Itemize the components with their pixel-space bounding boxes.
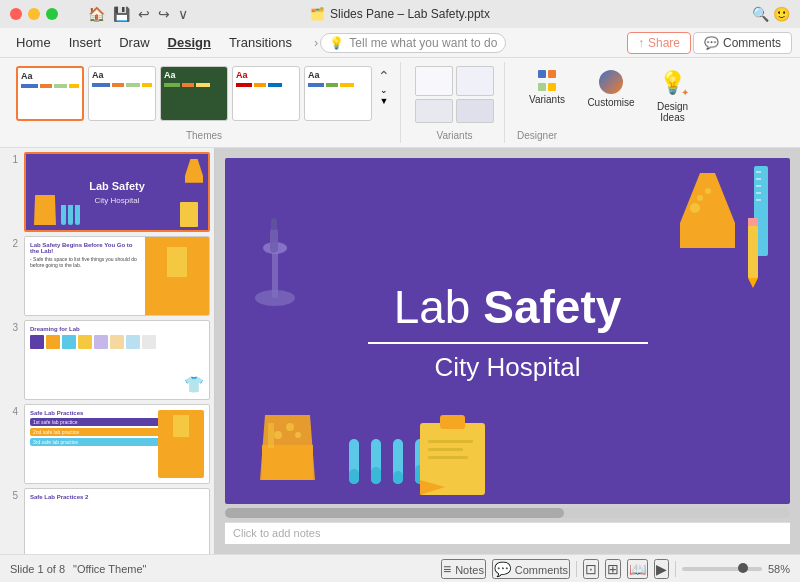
more-themes-button[interactable]: ⌃ ⌄ ▼ xyxy=(376,66,392,108)
svg-rect-17 xyxy=(271,218,277,230)
slide-image-3[interactable]: Dreaming for Lab 👕 xyxy=(24,320,210,400)
title-bar-right: 🔍 🙂 xyxy=(752,6,790,22)
color-grid xyxy=(30,335,204,349)
home-icon[interactable]: 🏠 xyxy=(88,6,105,22)
svg-rect-6 xyxy=(756,178,761,180)
slide-canvas[interactable]: Lab Safety City Hospital xyxy=(225,158,790,504)
designer-section: Variants Customise 💡 ✦ Design Ideas Desi… xyxy=(509,62,708,143)
comments-status-button[interactable]: 💬 Comments xyxy=(492,559,570,579)
svg-rect-37 xyxy=(428,456,468,459)
slide2-sidebar xyxy=(145,237,209,315)
share-button[interactable]: ↑ Share xyxy=(627,32,691,54)
close-button[interactable] xyxy=(10,8,22,20)
slide-sorter-button[interactable]: ⊞ xyxy=(605,559,621,579)
canvas-scrollbar-h[interactable] xyxy=(225,508,790,518)
theme-5[interactable]: Aa xyxy=(304,66,372,121)
tell-me-search[interactable]: 💡 Tell me what you want to do xyxy=(320,33,506,53)
svg-rect-8 xyxy=(756,192,761,194)
slide-thumb-4[interactable]: 4 Safe Lab Practices 1st safe lab practi… xyxy=(4,404,210,484)
variants-button[interactable]: Variants xyxy=(517,66,577,109)
flask-deco-large xyxy=(680,173,735,257)
slide-info: Slide 1 of 8 xyxy=(10,563,65,575)
notes-button[interactable]: ≡ Notes xyxy=(441,559,486,579)
svg-point-1 xyxy=(690,203,700,213)
slide-image-1[interactable]: Lab Safety City Hospital xyxy=(24,152,210,232)
clipboard-deco-large xyxy=(420,415,485,499)
scrollbar-thumb-h xyxy=(225,508,564,518)
slide-num-3: 3 xyxy=(4,320,18,333)
slide-thumb-3[interactable]: 3 Dreaming for Lab 👕 xyxy=(4,320,210,400)
search-icon[interactable]: 🔍 xyxy=(752,6,769,22)
variant-2[interactable] xyxy=(456,66,494,96)
slide2-title: Lab Safety Begins Before You Go to the L… xyxy=(30,242,140,254)
themes-label: Themes xyxy=(186,130,222,141)
menu-transitions[interactable]: Transitions xyxy=(221,32,300,53)
variants-label: Variants xyxy=(437,130,473,141)
bar3: 3rd safe lab practice xyxy=(30,438,169,446)
smiley-icon[interactable]: 🙂 xyxy=(773,6,790,22)
slide-num-4: 4 xyxy=(4,404,18,417)
bar1: 1st safe lab practice xyxy=(30,418,169,426)
slide-thumb-5[interactable]: 5 Safe Lab Practices 2 xyxy=(4,488,210,554)
slide-image-5[interactable]: Safe Lab Practices 2 xyxy=(24,488,210,554)
svg-rect-14 xyxy=(272,248,278,298)
slide-thumb-1[interactable]: 1 Lab Safety City Hospital xyxy=(4,152,210,232)
normal-view-button[interactable]: ⊡ xyxy=(583,559,599,579)
svg-point-23 xyxy=(295,432,301,438)
slide-num-2: 2 xyxy=(4,236,18,249)
test-tubes-deco-1 xyxy=(61,205,80,225)
redo-icon[interactable]: ↪ xyxy=(158,6,170,22)
svg-rect-29 xyxy=(393,471,403,484)
menu-draw[interactable]: Draw xyxy=(111,32,157,53)
save-icon[interactable]: 💾 xyxy=(113,6,130,22)
svg-rect-16 xyxy=(270,228,278,253)
menu-home[interactable]: Home xyxy=(8,32,59,53)
slide-image-2[interactable]: Lab Safety Begins Before You Go to the L… xyxy=(24,236,210,316)
svg-point-2 xyxy=(697,195,703,201)
share-icon: ↑ xyxy=(638,36,644,50)
comments-button[interactable]: 💬 Comments xyxy=(693,32,792,54)
reading-view-button[interactable]: 📖 xyxy=(627,559,648,579)
svg-point-21 xyxy=(274,431,282,439)
clipboard-deco-2 xyxy=(167,247,187,277)
svg-point-22 xyxy=(286,423,294,431)
theme-2[interactable]: Aa xyxy=(88,66,156,121)
canvas-area: Lab Safety City Hospital Click to add no… xyxy=(215,148,800,554)
zoom-slider[interactable] xyxy=(682,567,762,571)
undo-icon[interactable]: ↩ xyxy=(138,6,150,22)
svg-rect-35 xyxy=(428,440,473,443)
ribbon: Aa Aa Aa xyxy=(0,58,800,148)
theme-4[interactable]: Aa xyxy=(232,66,300,121)
svg-rect-27 xyxy=(371,467,381,484)
svg-marker-0 xyxy=(680,173,735,248)
beaker-deco-1 xyxy=(34,195,56,225)
minimize-button[interactable] xyxy=(28,8,40,20)
menu-insert[interactable]: Insert xyxy=(61,32,110,53)
flask-deco-1 xyxy=(185,159,203,187)
theme-1[interactable]: Aa xyxy=(16,66,84,121)
variant-4[interactable] xyxy=(456,99,494,123)
customise-button[interactable]: Customise xyxy=(581,66,641,112)
variant-3[interactable] xyxy=(415,99,453,123)
bar2: 2nd safe lab practice xyxy=(30,428,169,436)
slide3-title: Dreaming for Lab xyxy=(30,326,204,332)
zoom-level: 58% xyxy=(768,563,790,575)
theme-3[interactable]: Aa xyxy=(160,66,228,121)
window-controls[interactable] xyxy=(10,8,58,20)
svg-point-3 xyxy=(705,188,711,194)
slide-num-1: 1 xyxy=(4,152,18,165)
more-icon[interactable]: ∨ xyxy=(178,6,188,22)
tshirt-icon: 👕 xyxy=(184,375,204,394)
notes-area[interactable]: Click to add notes xyxy=(225,522,790,544)
themes-section: Aa Aa Aa xyxy=(8,62,401,143)
variant-1[interactable] xyxy=(415,66,453,96)
svg-rect-25 xyxy=(349,469,359,484)
slide-thumb-2[interactable]: 2 Lab Safety Begins Before You Go to the… xyxy=(4,236,210,316)
design-ideas-button[interactable]: 💡 ✦ Design Ideas xyxy=(645,66,700,127)
menu-design[interactable]: Design xyxy=(160,32,219,53)
maximize-button[interactable] xyxy=(46,8,58,20)
slide-image-4[interactable]: Safe Lab Practices 1st safe lab practice… xyxy=(24,404,210,484)
svg-rect-34 xyxy=(440,415,465,429)
slideshow-button[interactable]: ▶ xyxy=(654,559,669,579)
clipboard-deco-4 xyxy=(173,415,189,437)
